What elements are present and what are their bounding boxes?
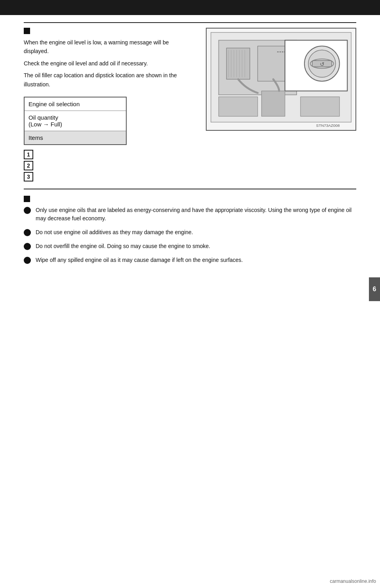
svg-text:STN73AZ008: STN73AZ008: [316, 123, 340, 128]
arrow-icon: →: [43, 121, 49, 128]
bullet-circle-3: [24, 243, 31, 250]
num-label-3: 3: [27, 174, 30, 180]
numbered-item-2: 2: [24, 161, 182, 170]
table-row-3: Items: [25, 131, 126, 144]
engine-illustration-svg: ↺ STN73AZ008: [207, 29, 355, 130]
num-label-1: 1: [27, 151, 30, 158]
num-box-3: 3: [24, 172, 33, 181]
section-icon-top: [24, 28, 30, 34]
top-paragraph-1: When the engine oil level is low, a warn…: [24, 38, 182, 56]
bullet-item-3: Do not overfill the engine oil. Doing so…: [24, 242, 356, 250]
top-paragraph-2: Check the engine oil level and add oil i…: [24, 59, 182, 68]
bullet-item-2: Do not use engine oil additives as they …: [24, 228, 356, 237]
bullet-item-1: Only use engine oils that are labeled as…: [24, 206, 356, 223]
bullet-item-4: Wipe off any spilled engine oil as it ma…: [24, 256, 356, 264]
top-section-right: ↺ STN73AZ008: [194, 28, 356, 181]
section-divider-top: [24, 22, 356, 23]
bullet-text-4: Wipe off any spilled engine oil as it ma…: [36, 256, 356, 264]
numbered-item-1: 1: [24, 150, 182, 159]
sidebar-tab-label: 6: [373, 286, 376, 293]
top-section: When the engine oil level is low, a warn…: [24, 28, 356, 181]
table-row-2: Oil quantity(Low → Full): [25, 111, 126, 131]
table-row-1-text: Engine oil selection: [28, 101, 80, 107]
table-row-2-text: Oil quantity(Low → Full): [28, 114, 62, 128]
bullet-text-2: Do not use engine oil additives as they …: [36, 228, 356, 237]
numbered-items: 1 2 3: [24, 150, 182, 181]
section-divider-bottom: [24, 189, 356, 189]
bottom-logo: carmanualsonline.info: [330, 578, 376, 584]
bullet-text-1: Only use engine oils that are labeled as…: [36, 206, 356, 223]
section-icon-bottom: [24, 196, 30, 202]
num-box-1: 1: [24, 150, 33, 159]
logo-text: carmanualsonline.info: [330, 578, 376, 584]
numbered-item-3: 3: [24, 172, 182, 181]
table-row-1: Engine oil selection: [25, 97, 126, 111]
svg-text:↺: ↺: [320, 61, 325, 67]
top-section-left: When the engine oil level is low, a warn…: [24, 28, 182, 181]
num-box-2: 2: [24, 161, 33, 170]
bullet-circle-4: [24, 257, 31, 264]
svg-rect-19: [300, 97, 339, 116]
illustration-box: ↺ STN73AZ008: [206, 28, 356, 131]
section-header-top: [24, 28, 182, 34]
bullet-text-3: Do not overfill the engine oil. Doing so…: [36, 242, 356, 250]
table-row-3-text: Items: [28, 134, 43, 141]
bullet-circle-1: [24, 207, 31, 214]
num-label-2: 2: [27, 162, 30, 169]
info-table: Engine oil selection Oil quantity(Low → …: [24, 97, 127, 145]
svg-rect-20: [218, 97, 257, 116]
sidebar-tab-6: 6: [369, 277, 380, 301]
top-bar: [0, 0, 380, 15]
section-header-bottom: [24, 196, 356, 202]
bottom-section: Only use engine oils that are labeled as…: [24, 196, 356, 264]
bullet-circle-2: [24, 229, 31, 236]
top-paragraph-3: The oil filler cap location and dipstick…: [24, 71, 182, 89]
page-content: When the engine oil level is low, a warn…: [0, 15, 380, 278]
svg-rect-21: [262, 91, 285, 116]
svg-rect-3: [226, 48, 250, 79]
svg-rect-4: [258, 46, 289, 81]
